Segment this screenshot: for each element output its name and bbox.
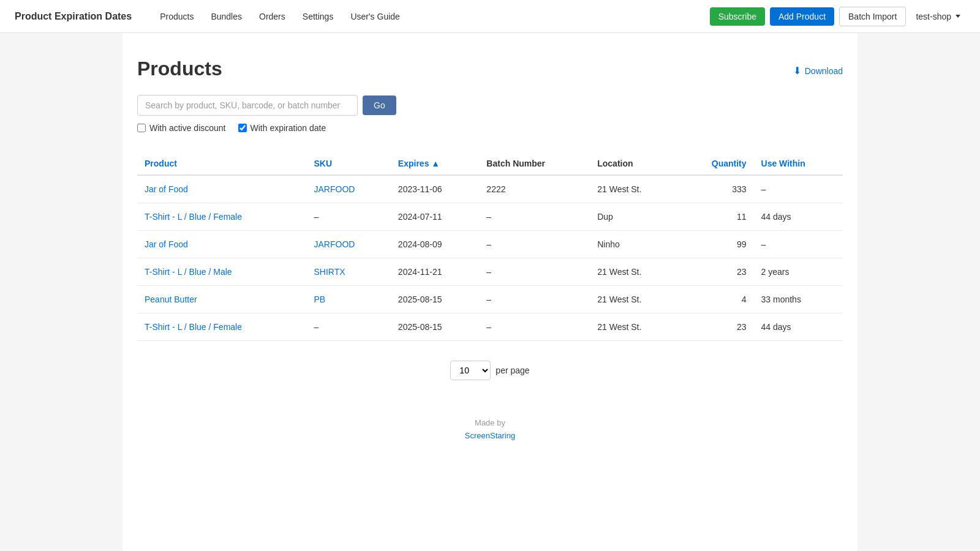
cell-product: Jar of Food [137, 175, 307, 203]
download-icon: ⬇ [793, 65, 801, 77]
cell-use-within: 2 years [754, 258, 843, 286]
product-link[interactable]: T-Shirt - L / Blue / Female [145, 212, 242, 222]
pagination-row: 102550100 per page [137, 361, 843, 380]
cell-product: Peanut Butter [137, 286, 307, 313]
sku-link[interactable]: SHIRTX [314, 267, 345, 277]
cell-batch-number: – [479, 231, 590, 258]
cell-expires: 2023-11-06 [391, 175, 480, 203]
col-header-product[interactable]: Product [137, 152, 307, 175]
filter-discount-checkbox[interactable] [137, 124, 146, 132]
cell-use-within: – [754, 175, 843, 203]
nav-actions: Subscribe Add Product Batch Import test-… [710, 7, 965, 26]
cell-product: T-Shirt - L / Blue / Male [137, 258, 307, 286]
chevron-down-icon [956, 15, 960, 18]
cell-location: 21 West St. [590, 175, 679, 203]
cell-sku: JARFOOD [307, 175, 391, 203]
filter-discount-label[interactable]: With active discount [137, 123, 226, 133]
cell-location: 21 West St. [590, 258, 679, 286]
cell-location: 21 West St. [590, 286, 679, 313]
table-row: Peanut ButterPB2025-08-15–21 West St.433… [137, 286, 843, 313]
cell-expires: 2025-08-15 [391, 286, 480, 313]
cell-quantity: 333 [679, 175, 753, 203]
cell-sku: SHIRTX [307, 258, 391, 286]
cell-batch-number: – [479, 313, 590, 341]
col-header-quantity[interactable]: Quantity [679, 152, 753, 175]
cell-batch-number: – [479, 203, 590, 231]
nav-link-bundles[interactable]: Bundles [202, 0, 251, 33]
nav-links: ProductsBundlesOrdersSettingsUser's Guid… [151, 0, 710, 33]
product-link[interactable]: Jar of Food [145, 184, 188, 194]
subscribe-button[interactable]: Subscribe [710, 7, 765, 26]
cell-quantity: 23 [679, 313, 753, 341]
made-by-text: Made by [137, 417, 843, 430]
cell-quantity: 11 [679, 203, 753, 231]
navbar: Product Expiration Dates ProductsBundles… [0, 0, 980, 33]
add-product-button[interactable]: Add Product [770, 7, 834, 26]
screenstaring-link[interactable]: ScreenStaring [465, 431, 515, 440]
cell-location: Ninho [590, 231, 679, 258]
cell-batch-number: – [479, 258, 590, 286]
cell-sku: PB [307, 286, 391, 313]
filter-discount-text: With active discount [149, 123, 226, 133]
cell-use-within: 44 days [754, 313, 843, 341]
nav-link-user-s-guide[interactable]: User's Guide [342, 0, 408, 33]
page-title: Products [137, 58, 222, 80]
filter-row: With active discount With expiration dat… [137, 123, 843, 133]
cell-quantity: 4 [679, 286, 753, 313]
cell-use-within: 44 days [754, 203, 843, 231]
product-link[interactable]: T-Shirt - L / Blue / Female [145, 322, 242, 332]
col-header-expires[interactable]: Expires ▲ [391, 152, 480, 175]
cell-expires: 2024-11-21 [391, 258, 480, 286]
nav-link-orders[interactable]: Orders [251, 0, 294, 33]
shop-label: test-shop [916, 12, 951, 21]
cell-quantity: 99 [679, 231, 753, 258]
download-label: Download [805, 66, 843, 76]
sku-link[interactable]: JARFOOD [314, 239, 355, 249]
download-button[interactable]: ⬇ Download [793, 65, 843, 77]
cell-product: T-Shirt - L / Blue / Female [137, 313, 307, 341]
nav-link-settings[interactable]: Settings [294, 0, 342, 33]
table-body: Jar of FoodJARFOOD2023-11-06222221 West … [137, 175, 843, 341]
go-button[interactable]: Go [363, 96, 396, 115]
cell-quantity: 23 [679, 258, 753, 286]
product-link[interactable]: T-Shirt - L / Blue / Male [145, 267, 232, 277]
cell-sku: – [307, 313, 391, 341]
col-header-batch_number: Batch Number [479, 152, 590, 175]
footer: Made by ScreenStaring [137, 417, 843, 443]
cell-location: Dup [590, 203, 679, 231]
cell-sku: – [307, 203, 391, 231]
shop-dropdown[interactable]: test-shop [911, 12, 965, 21]
cell-product: Jar of Food [137, 231, 307, 258]
col-header-use_within[interactable]: Use Within [754, 152, 843, 175]
table-row: Jar of FoodJARFOOD2023-11-06222221 West … [137, 175, 843, 203]
product-link[interactable]: Jar of Food [145, 239, 188, 249]
per-page-label: per page [496, 365, 529, 375]
main-content: Products ⬇ Download Go With active disco… [123, 33, 858, 551]
cell-expires: 2025-08-15 [391, 313, 480, 341]
filter-expiration-label[interactable]: With expiration date [238, 123, 326, 133]
cell-batch-number: – [479, 286, 590, 313]
sku-link[interactable]: JARFOOD [314, 184, 355, 194]
sku-link[interactable]: PB [314, 294, 326, 304]
nav-link-products[interactable]: Products [151, 0, 202, 33]
table-row: T-Shirt - L / Blue / Female–2025-08-15–2… [137, 313, 843, 341]
search-row: Go [137, 95, 843, 116]
cell-location: 21 West St. [590, 313, 679, 341]
cell-product: T-Shirt - L / Blue / Female [137, 203, 307, 231]
filter-expiration-checkbox[interactable] [238, 124, 247, 132]
filter-expiration-text: With expiration date [251, 123, 326, 133]
navbar-brand[interactable]: Product Expiration Dates [15, 11, 132, 22]
search-input[interactable] [137, 95, 358, 116]
products-table: ProductSKUExpires ▲Batch NumberLocationQ… [137, 152, 843, 341]
col-header-location: Location [590, 152, 679, 175]
col-header-sku[interactable]: SKU [307, 152, 391, 175]
cell-sku: JARFOOD [307, 231, 391, 258]
cell-use-within: – [754, 231, 843, 258]
per-page-select[interactable]: 102550100 [450, 361, 491, 380]
cell-expires: 2024-07-11 [391, 203, 480, 231]
batch-import-button[interactable]: Batch Import [839, 7, 906, 26]
page-header: Products ⬇ Download [137, 58, 843, 80]
cell-expires: 2024-08-09 [391, 231, 480, 258]
table-header: ProductSKUExpires ▲Batch NumberLocationQ… [137, 152, 843, 175]
product-link[interactable]: Peanut Butter [145, 294, 197, 304]
